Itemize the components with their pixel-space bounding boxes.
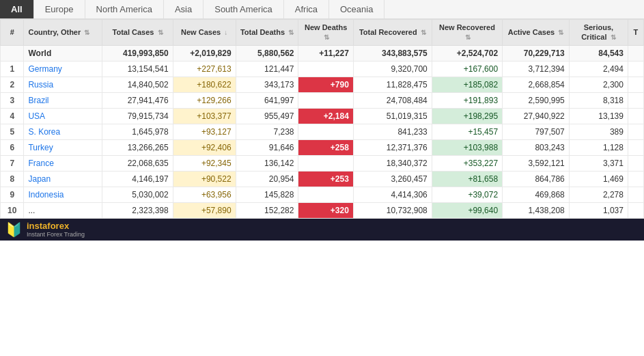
tab-asia[interactable]: Asia bbox=[164, 0, 204, 18]
row-total-recovered: 12,371,376 bbox=[353, 139, 432, 155]
row-new-cases: +92,406 bbox=[173, 139, 236, 155]
col-new-recovered[interactable]: New Recovered ⇅ bbox=[432, 20, 502, 46]
row-country: Japan bbox=[24, 171, 102, 187]
row-total-cases: 2,323,398 bbox=[102, 202, 173, 218]
row-total-recovered: 841,233 bbox=[353, 124, 432, 139]
row-new-recovered: +81,658 bbox=[432, 171, 502, 187]
col-total-deaths[interactable]: Total Deaths ⇅ bbox=[236, 20, 298, 46]
country-link[interactable]: Indonesia bbox=[28, 190, 64, 200]
row-new-cases: +103,377 bbox=[173, 108, 236, 124]
row-num: 9 bbox=[1, 187, 24, 202]
country-link[interactable]: USA bbox=[28, 111, 45, 121]
row-new-cases: +92,345 bbox=[173, 155, 236, 171]
row-total-deaths: 145,828 bbox=[236, 187, 298, 202]
brand-name: instaforex bbox=[27, 221, 69, 231]
tab-all[interactable]: All bbox=[0, 0, 34, 18]
tab-europe[interactable]: Europe bbox=[34, 0, 85, 18]
row-total-deaths: 641,997 bbox=[236, 92, 298, 108]
row-total-deaths: 955,497 bbox=[236, 108, 298, 124]
col-total-cases[interactable]: Total Cases ⇅ bbox=[102, 20, 173, 46]
world-country: World bbox=[24, 45, 102, 61]
row-num: 5 bbox=[1, 124, 24, 139]
row-total-deaths: 152,282 bbox=[236, 202, 298, 218]
row-total-cases: 79,915,734 bbox=[102, 108, 173, 124]
col-new-cases[interactable]: New Cases ↓ bbox=[173, 20, 236, 46]
row-num: 1 bbox=[1, 61, 24, 77]
tab-north-america[interactable]: North America bbox=[85, 0, 164, 18]
row-total-deaths: 136,142 bbox=[236, 155, 298, 171]
col-num[interactable]: # bbox=[1, 20, 24, 46]
table-row: 8 Japan 4,146,197 +90,522 20,954 +253 3,… bbox=[1, 171, 644, 187]
logo-icon: 🔰 bbox=[5, 221, 23, 238]
country-link[interactable]: Brazil bbox=[28, 96, 48, 105]
row-new-deaths: +790 bbox=[298, 77, 353, 92]
row-new-recovered: +353,227 bbox=[432, 155, 502, 171]
row-new-deaths: +1,129 bbox=[298, 92, 353, 108]
col-total-recovered[interactable]: Total Recovered ⇅ bbox=[353, 20, 432, 46]
row-t bbox=[628, 187, 643, 202]
row-total-deaths: 20,954 bbox=[236, 171, 298, 187]
country-link[interactable]: Turkey bbox=[28, 143, 53, 152]
col-serious[interactable]: Serious, Critical ⇅ bbox=[569, 20, 628, 46]
row-country: USA bbox=[24, 108, 102, 124]
row-country: Turkey bbox=[24, 139, 102, 155]
row-new-recovered: +15,457 bbox=[432, 124, 502, 139]
row-new-deaths: +2,184 bbox=[298, 108, 353, 124]
table-row: 1 Germany 13,154,541 +227,613 121,447 +2… bbox=[1, 61, 644, 77]
row-new-cases: +63,956 bbox=[173, 187, 236, 202]
row-num: 10 bbox=[1, 202, 24, 218]
row-total-recovered: 11,828,475 bbox=[353, 77, 432, 92]
country-link[interactable]: Russia bbox=[28, 80, 53, 90]
world-new-deaths: +11,227 bbox=[298, 45, 353, 61]
table-row: 2 Russia 14,840,502 +180,622 343,173 +79… bbox=[1, 77, 644, 92]
row-serious: 3,371 bbox=[569, 155, 628, 171]
row-new-cases: +129,266 bbox=[173, 92, 236, 108]
country-link[interactable]: Japan bbox=[28, 174, 51, 184]
row-t bbox=[628, 124, 643, 139]
tab-oceania[interactable]: Oceania bbox=[329, 0, 384, 18]
row-num: 2 bbox=[1, 77, 24, 92]
row-total-cases: 1,645,978 bbox=[102, 124, 173, 139]
row-active-cases: 2,590,995 bbox=[503, 92, 570, 108]
row-total-deaths: 343,173 bbox=[236, 77, 298, 92]
row-serious: 1,037 bbox=[569, 202, 628, 218]
world-total-recovered: 343,883,575 bbox=[353, 45, 432, 61]
row-t bbox=[628, 202, 643, 218]
row-active-cases: 469,868 bbox=[503, 187, 570, 202]
col-t[interactable]: T bbox=[628, 20, 643, 46]
col-country[interactable]: Country, Other ⇅ bbox=[24, 20, 102, 46]
row-total-cases: 13,154,541 bbox=[102, 61, 173, 77]
world-new-cases: +2,019,829 bbox=[173, 45, 236, 61]
row-new-cases: +93,127 bbox=[173, 124, 236, 139]
row-new-deaths: +206 bbox=[298, 187, 353, 202]
row-total-recovered: 3,260,457 bbox=[353, 171, 432, 187]
row-new-cases: +90,522 bbox=[173, 171, 236, 187]
row-total-deaths: 121,447 bbox=[236, 61, 298, 77]
row-serious: 8,318 bbox=[569, 92, 628, 108]
row-serious: 2,494 bbox=[569, 61, 628, 77]
row-new-recovered: +99,640 bbox=[432, 202, 502, 218]
row-country: Brazil bbox=[24, 92, 102, 108]
world-num bbox=[1, 45, 24, 61]
row-new-cases: +180,622 bbox=[173, 77, 236, 92]
row-serious: 2,300 bbox=[569, 77, 628, 92]
row-serious: 2,278 bbox=[569, 187, 628, 202]
tab-africa[interactable]: Africa bbox=[284, 0, 329, 18]
row-new-deaths: +287 bbox=[298, 155, 353, 171]
row-new-recovered: +103,988 bbox=[432, 139, 502, 155]
row-t bbox=[628, 171, 643, 187]
col-new-deaths[interactable]: New Deaths ⇅ bbox=[298, 20, 353, 46]
row-active-cases: 864,786 bbox=[503, 171, 570, 187]
country-link[interactable]: S. Korea bbox=[28, 127, 60, 137]
row-serious: 13,139 bbox=[569, 108, 628, 124]
row-active-cases: 3,592,121 bbox=[503, 155, 570, 171]
country-link[interactable]: Germany bbox=[28, 64, 61, 74]
row-total-recovered: 24,708,484 bbox=[353, 92, 432, 108]
row-t bbox=[628, 92, 643, 108]
country-link[interactable]: France bbox=[28, 159, 53, 168]
row-new-recovered: +185,082 bbox=[432, 77, 502, 92]
row-total-cases: 4,146,197 bbox=[102, 171, 173, 187]
col-active-cases[interactable]: Active Cases ⇅ bbox=[503, 20, 570, 46]
tab-south-america[interactable]: South America bbox=[204, 0, 284, 18]
world-new-recovered: +2,524,702 bbox=[432, 45, 502, 61]
